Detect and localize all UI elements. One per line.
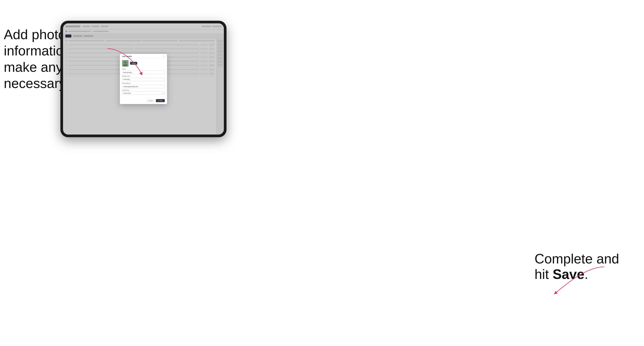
display-name-field-group: Display name — [122, 75, 165, 81]
school-year-select[interactable]: Fourth Year × ▾ — [122, 91, 165, 95]
modal-body: Upload Name Display name Email addre — [120, 59, 167, 98]
save-button[interactable]: ⬆ Save — [156, 99, 165, 102]
select-arrow-icon: ▾ — [163, 93, 164, 94]
school-year-field-group: School Year Fourth Year × ▾ — [122, 90, 165, 95]
modal-footer: Cancel ⬆ Save — [120, 98, 167, 104]
email-field-group: Email address — [122, 83, 165, 88]
school-year-value: Fourth Year — [124, 92, 131, 94]
user-details-modal: User details × — [120, 54, 167, 104]
tablet-screen: User details × — [63, 23, 224, 135]
school-year-select-wrapper[interactable]: Fourth Year × ▾ — [122, 91, 165, 95]
name-input[interactable] — [122, 71, 165, 74]
email-input[interactable] — [122, 85, 165, 88]
display-name-label: Display name — [122, 75, 165, 77]
save-button-label: Save — [160, 100, 163, 101]
annotation-right-bold: Save — [553, 267, 584, 282]
avatar-row: Upload — [122, 60, 165, 66]
school-year-label: School Year — [122, 90, 165, 91]
upload-button[interactable]: Upload — [130, 62, 137, 65]
modal-overlay: User details × — [63, 23, 224, 135]
name-label: Name — [122, 68, 165, 70]
save-icon: ⬆ — [158, 100, 159, 101]
tablet-device: User details × — [60, 21, 226, 137]
select-controls: × ▾ — [162, 92, 164, 94]
avatar-image — [122, 60, 128, 66]
svg-point-3 — [124, 61, 126, 63]
avatar-svg — [122, 60, 128, 66]
annotation-right: Complete and hit Save. — [534, 251, 633, 282]
modal-close-button[interactable]: × — [163, 55, 165, 57]
email-label: Email address — [122, 83, 165, 84]
cancel-button[interactable]: Cancel — [146, 99, 155, 102]
display-name-input[interactable] — [122, 78, 165, 81]
modal-title: User details — [122, 55, 132, 57]
name-field-group: Name — [122, 68, 165, 74]
annotation-right-end: . — [584, 267, 588, 282]
modal-header: User details × — [120, 54, 167, 59]
select-clear-icon[interactable]: × — [162, 92, 162, 94]
